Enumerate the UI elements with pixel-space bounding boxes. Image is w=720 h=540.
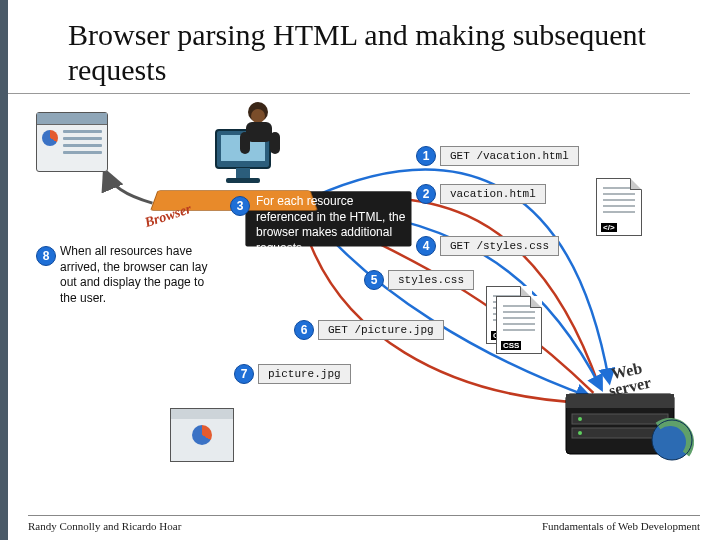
slide-footer: Randy Connolly and Ricardo Hoar Fundamen… bbox=[28, 515, 700, 532]
step-8-text: When all resources have arrived, the bro… bbox=[60, 244, 210, 306]
step-2-message: vacation.html bbox=[440, 184, 546, 204]
step-4-badge: 4 bbox=[416, 236, 436, 256]
image-file-icon bbox=[170, 408, 234, 462]
step-5-message: styles.css bbox=[388, 270, 474, 290]
svg-rect-9 bbox=[270, 132, 280, 154]
css-document-icon: CSS bbox=[496, 296, 542, 354]
pie-chart-icon bbox=[42, 130, 58, 146]
step-2-badge: 2 bbox=[416, 184, 436, 204]
rendered-page-icon bbox=[36, 112, 108, 172]
svg-point-6 bbox=[251, 109, 265, 123]
step-8-badge: 8 bbox=[36, 246, 56, 266]
step-1-badge: 1 bbox=[416, 146, 436, 166]
diagram-stage: Browser Webserver </> CSS CSS bbox=[16, 98, 720, 500]
pie-chart-icon bbox=[192, 425, 212, 445]
step-7-message: picture.jpg bbox=[258, 364, 351, 384]
step-4-message: GET /styles.css bbox=[440, 236, 559, 256]
step-3-badge: 3 bbox=[230, 196, 250, 216]
step-7-badge: 7 bbox=[234, 364, 254, 384]
html-document-icon: </> bbox=[596, 178, 642, 236]
svg-rect-8 bbox=[240, 132, 250, 154]
footer-book-title: Fundamentals of Web Development bbox=[542, 520, 700, 532]
svg-rect-4 bbox=[226, 178, 260, 183]
step-6-badge: 6 bbox=[294, 320, 314, 340]
step-5-badge: 5 bbox=[364, 270, 384, 290]
slide-title: Browser parsing HTML and making subseque… bbox=[8, 0, 690, 94]
step-3-text: For each resource referenced in the HTML… bbox=[256, 194, 412, 256]
user-at-computer-icon bbox=[196, 102, 306, 192]
step-6-message: GET /picture.jpg bbox=[318, 320, 444, 340]
svg-point-14 bbox=[578, 417, 582, 421]
step-1-message: GET /vacation.html bbox=[440, 146, 579, 166]
svg-rect-3 bbox=[236, 168, 250, 178]
footer-authors: Randy Connolly and Ricardo Hoar bbox=[28, 520, 181, 532]
svg-rect-12 bbox=[572, 414, 668, 424]
svg-point-15 bbox=[578, 431, 582, 435]
